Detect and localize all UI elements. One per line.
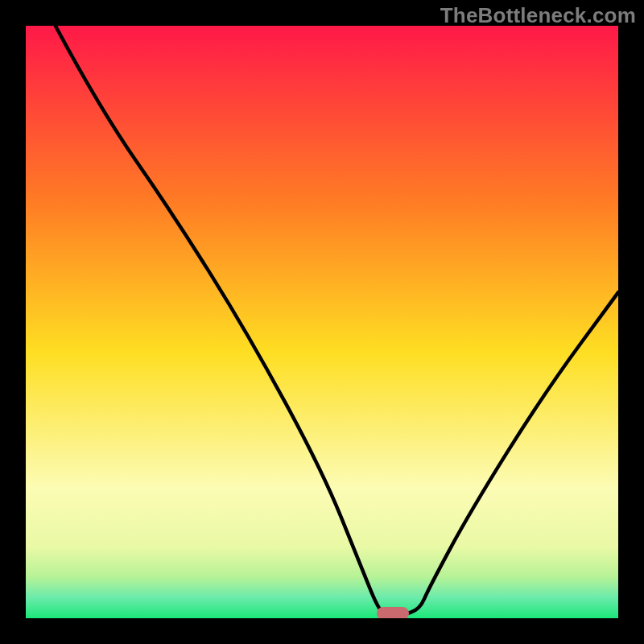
watermark-text: TheBottleneck.com	[440, 3, 636, 28]
plot-area	[26, 26, 618, 618]
bottleneck-curve	[26, 26, 618, 618]
optimal-range-marker	[377, 607, 409, 618]
chart-frame: TheBottleneck.com	[0, 0, 644, 644]
